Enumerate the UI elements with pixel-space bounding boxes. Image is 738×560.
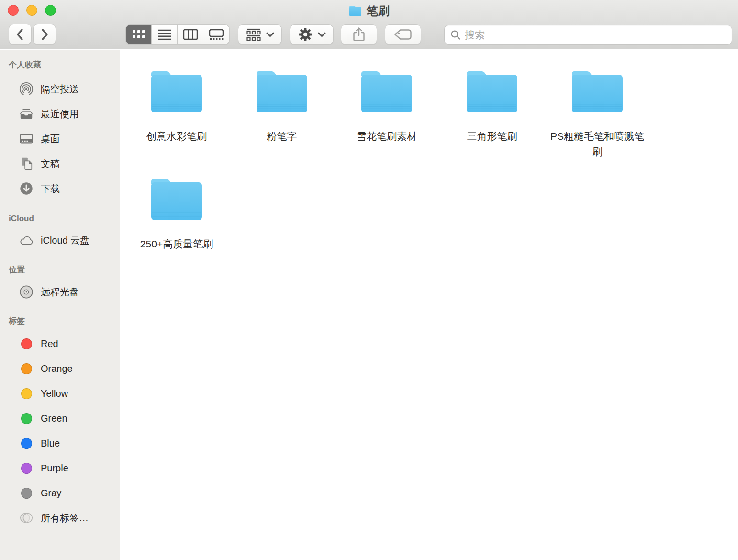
all-tags-icon	[19, 511, 34, 525]
icloud-drive-icon	[19, 233, 34, 247]
purple-tag-icon	[21, 463, 32, 474]
folder-item[interactable]: 250+高质量笔刷	[124, 177, 229, 252]
sidebar-item-airdrop[interactable]: 隔空投送	[0, 77, 120, 101]
folder-icon	[148, 177, 205, 222]
orange-tag-icon	[21, 363, 32, 374]
folder-label: 250+高质量笔刷	[124, 236, 229, 252]
sidebar-item-recents[interactable]: 最近使用	[0, 101, 120, 126]
window-title: 笔刷	[367, 3, 390, 19]
sidebar-item-label: 文稿	[41, 157, 60, 170]
sidebar-item-label: 下载	[41, 182, 60, 195]
column-view-icon	[183, 29, 198, 40]
gear-icon	[298, 27, 313, 42]
folder-contents: 创意水彩笔刷 粉笔字	[120, 50, 738, 560]
sidebar-item-label: Purple	[41, 463, 68, 474]
sidebar-section-icloud: iCloud	[0, 213, 120, 224]
action-menu-button[interactable]	[290, 24, 334, 45]
folder-item[interactable]: 雪花笔刷素材	[334, 69, 439, 144]
green-tag-icon	[21, 413, 32, 424]
gallery-view-icon	[208, 29, 224, 40]
documents-icon	[19, 157, 34, 171]
sidebar-item-tag-green[interactable]: Green	[0, 406, 120, 431]
sidebar-item-icloud-drive[interactable]: iCloud 云盘	[0, 228, 120, 253]
folder-label: 三角形笔刷	[439, 129, 545, 144]
folder-icon	[463, 69, 521, 114]
folder-icon	[148, 69, 205, 114]
sidebar-section-locations: 位置	[0, 264, 120, 276]
chevron-left-icon	[15, 28, 25, 41]
list-view-button[interactable]	[152, 25, 178, 44]
sidebar-item-tag-blue[interactable]: Blue	[0, 431, 120, 456]
folder-icon	[253, 69, 311, 114]
gallery-view-button[interactable]	[203, 25, 229, 44]
search-field[interactable]	[444, 25, 732, 45]
folder-label: 创意水彩笔刷	[124, 129, 229, 144]
chevron-down-icon	[318, 32, 326, 37]
sidebar-item-tag-purple[interactable]: Purple	[0, 456, 120, 481]
share-button[interactable]	[341, 24, 377, 45]
sidebar-item-tag-red[interactable]: Red	[0, 331, 120, 356]
list-view-icon	[157, 29, 172, 40]
sidebar-item-label: 远程光盘	[41, 286, 79, 299]
sidebar: 个人收藏 隔空投送	[0, 50, 120, 560]
navigation-buttons	[9, 24, 56, 45]
sidebar-item-label: iCloud 云盘	[41, 234, 89, 247]
remote-disc-icon	[19, 285, 34, 299]
icon-view-button[interactable]	[126, 25, 152, 44]
folder-label: PS粗糙毛笔和喷溅笔刷	[545, 129, 650, 159]
folder-item[interactable]: 三角形笔刷	[439, 69, 545, 144]
folder-icon	[348, 5, 362, 17]
recents-icon	[19, 107, 34, 121]
folder-item[interactable]: 创意水彩笔刷	[124, 69, 229, 144]
sidebar-item-label: Green	[41, 413, 67, 424]
finder-window: 笔刷	[0, 0, 738, 560]
group-by-icon	[246, 28, 261, 41]
icon-view-icon	[132, 29, 146, 40]
share-icon	[352, 27, 366, 42]
sidebar-item-label: Blue	[41, 438, 60, 449]
folder-label: 雪花笔刷素材	[334, 129, 439, 144]
chevron-down-icon	[266, 32, 274, 37]
tag-icon	[394, 29, 412, 40]
forward-button[interactable]	[33, 24, 56, 45]
airdrop-icon	[19, 82, 34, 96]
folder-item[interactable]: PS粗糙毛笔和喷溅笔刷	[545, 69, 650, 159]
back-button[interactable]	[9, 24, 32, 45]
sidebar-item-downloads[interactable]: 下载	[0, 176, 120, 201]
column-view-button[interactable]	[178, 25, 203, 44]
sidebar-item-label: 桌面	[41, 133, 60, 146]
sidebar-item-tag-yellow[interactable]: Yellow	[0, 381, 120, 406]
downloads-icon	[19, 181, 34, 196]
folder-item[interactable]: 粉笔字	[229, 69, 335, 144]
sidebar-item-label: 最近使用	[41, 108, 79, 121]
blue-tag-icon	[21, 438, 32, 449]
view-mode-switcher	[125, 24, 230, 45]
folder-icon	[358, 69, 415, 114]
group-by-button[interactable]	[238, 24, 282, 45]
tag-toolbar-button[interactable]	[385, 24, 421, 45]
sidebar-section-tags: 标签	[0, 315, 120, 327]
sidebar-item-documents[interactable]: 文稿	[0, 151, 120, 176]
sidebar-item-desktop[interactable]: 桌面	[0, 126, 120, 151]
desktop-icon	[19, 132, 34, 146]
sidebar-item-tag-orange[interactable]: Orange	[0, 356, 120, 381]
window-title-group: 笔刷	[0, 3, 738, 19]
sidebar-item-all-tags[interactable]: 所有标签…	[0, 505, 120, 530]
sidebar-item-remote-disc[interactable]: 远程光盘	[0, 280, 120, 304]
sidebar-item-label: Red	[41, 338, 58, 349]
sidebar-item-tag-gray[interactable]: Gray	[0, 481, 120, 505]
search-input[interactable]	[465, 29, 726, 41]
folder-icon	[569, 69, 626, 114]
sidebar-item-label: Orange	[41, 363, 73, 374]
sidebar-item-label: Yellow	[41, 388, 68, 399]
gray-tag-icon	[21, 488, 32, 499]
sidebar-item-label: 隔空投送	[41, 83, 79, 96]
title-and-toolbar: 笔刷	[0, 0, 738, 49]
yellow-tag-icon	[21, 388, 32, 399]
sidebar-item-label: 所有标签…	[41, 512, 89, 525]
search-icon	[450, 30, 461, 40]
red-tag-icon	[21, 338, 32, 349]
chevron-right-icon	[40, 28, 49, 41]
sidebar-section-favorites: 个人收藏	[0, 59, 120, 71]
window-body: 个人收藏 隔空投送	[0, 50, 738, 560]
